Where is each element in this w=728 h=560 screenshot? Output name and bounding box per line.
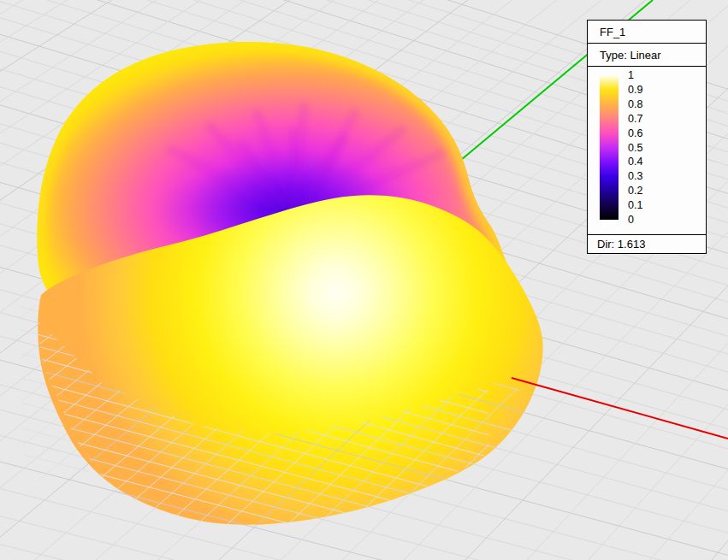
colorbar-tick-label: 0 [628, 213, 634, 227]
colorbar-tick-label: 0.5 [628, 141, 642, 155]
colorbar-tick-label: 0.1 [628, 198, 642, 212]
legend-panel: FF_1 Type: Linear 10.90.80.70.60.50.40.3… [587, 20, 707, 254]
legend-scale-type: Type: Linear [588, 44, 706, 67]
colorbar-tick-label: 0.3 [628, 169, 642, 183]
colorbar-tick-label: 0.4 [628, 155, 642, 168]
legend-colorbar-section: 10.90.80.70.60.50.40.30.20.10 [588, 67, 706, 234]
colorbar-tick-label: 0.8 [628, 97, 642, 111]
legend-title: FF_1 [588, 21, 706, 44]
colorbar-tick-label: 0.7 [628, 112, 642, 126]
farfield-3d-viewport[interactable]: FF_1 Type: Linear 10.90.80.70.60.50.40.3… [0, 0, 728, 560]
colorbar-tick-label: 0.2 [628, 184, 642, 197]
legend-directivity: Dir: 1.613 [588, 234, 706, 253]
colorbar-gradient [600, 75, 619, 220]
colorbar-tick-label: 0.9 [628, 83, 642, 97]
colorbar-tick-label: 0.6 [628, 127, 642, 140]
colorbar-tick-label: 1 [628, 68, 634, 82]
